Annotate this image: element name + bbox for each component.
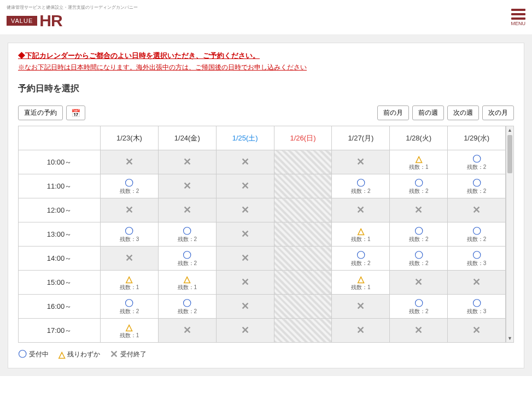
slot-cell: ✕ [216, 271, 274, 295]
slot-cell[interactable]: 〇残数：2 [390, 222, 448, 247]
slot-cell[interactable]: 〇残数：3 [101, 222, 159, 247]
slot-cell[interactable]: △残数：1 [390, 150, 448, 174]
slot-cell[interactable]: 〇残数：2 [448, 174, 506, 198]
slot-cell [274, 319, 332, 343]
slot-count: 残数：3 [120, 236, 139, 242]
slot-cell: ✕ [448, 319, 506, 343]
legend: 〇 受付中 △ 残りわずか ✕ 受付終了 [18, 348, 514, 360]
slot-cell: ✕ [332, 295, 390, 319]
scroll-thumb[interactable] [507, 135, 512, 173]
toolbar: 直近の予約 📅 前の月 前の週 次の週 次の月 [18, 105, 514, 120]
x-icon: ✕ [472, 325, 481, 336]
slot-count: 残数：2 [178, 260, 197, 266]
legend-accepting-label: 受付中 [29, 350, 49, 359]
slot-cell[interactable]: △残数：1 [158, 271, 216, 295]
slot-cell: ✕ [158, 319, 216, 343]
prev-month-button[interactable]: 前の月 [377, 105, 409, 120]
circle-icon: 〇 [472, 226, 481, 236]
time-cell: 14:00～ [19, 247, 101, 271]
slot-cell[interactable]: 〇残数：3 [448, 295, 506, 319]
slot-count: 残数：2 [120, 188, 139, 194]
slot-cell: ✕ [332, 198, 390, 222]
slot-cell: ✕ [101, 247, 159, 271]
next-week-button[interactable]: 次の週 [447, 105, 479, 120]
logo-value-badge: VALUE [7, 16, 37, 26]
legend-closed-label: 受付終了 [120, 350, 147, 359]
slot-cell[interactable]: 〇残数：2 [101, 174, 159, 198]
slot-cell[interactable]: 〇残数：2 [158, 222, 216, 247]
slot-cell [274, 222, 332, 247]
slot-cell[interactable]: 〇残数：2 [101, 295, 159, 319]
slot-cell[interactable]: 〇残数：3 [448, 247, 506, 271]
table-row: 10:00～✕✕✕✕△残数：1〇残数：2 [19, 150, 506, 174]
triangle-icon: △ [184, 274, 190, 284]
recent-reservation-button[interactable]: 直近の予約 [18, 105, 63, 120]
slot-cell[interactable]: 〇残数：2 [448, 150, 506, 174]
slot-cell[interactable]: 〇残数：2 [390, 295, 448, 319]
scroll-down-icon[interactable]: ▼ [506, 335, 513, 342]
slot-count: 残数：2 [178, 308, 197, 314]
logo[interactable]: VALUE HR [7, 11, 138, 30]
notice-secondary: ※なお下記日時は日本時間になります。海外出張中の方は、ご帰国後の日時でお申し込み… [18, 63, 514, 72]
circle-icon: 〇 [472, 178, 481, 188]
circle-icon: 〇 [472, 250, 481, 260]
slot-count: 残数：2 [409, 308, 429, 314]
x-icon: ✕ [241, 181, 249, 192]
circle-icon: 〇 [125, 226, 133, 236]
prev-week-button[interactable]: 前の週 [412, 105, 444, 120]
x-icon: ✕ [414, 205, 423, 216]
circle-icon: 〇 [414, 298, 423, 308]
circle-icon: 〇 [125, 178, 133, 188]
slot-cell[interactable]: 〇残数：2 [390, 174, 448, 198]
slot-cell: ✕ [216, 198, 274, 222]
date-header: 1/26(日) [274, 126, 332, 150]
slot-cell[interactable]: 〇残数：2 [158, 295, 216, 319]
legend-closed: ✕ 受付終了 [110, 348, 147, 360]
circle-icon: 〇 [18, 349, 27, 360]
scroll-up-icon[interactable]: ▲ [506, 126, 513, 134]
x-icon: ✕ [356, 205, 365, 216]
slot-cell[interactable]: 〇残数：2 [448, 222, 506, 247]
x-icon: ✕ [241, 205, 249, 216]
slot-count: 残数：2 [178, 236, 197, 242]
slot-cell: ✕ [216, 295, 274, 319]
slot-cell: ✕ [216, 247, 274, 271]
menu-button[interactable]: MENU [511, 9, 526, 26]
x-icon: ✕ [241, 325, 249, 336]
slot-cell[interactable]: 〇残数：2 [390, 247, 448, 271]
x-icon: ✕ [414, 277, 423, 288]
slot-cell: ✕ [448, 198, 506, 222]
table-row: 17:00～△残数：1✕✕✕✕✕ [19, 319, 506, 343]
slot-count: 残数：1 [120, 284, 139, 290]
circle-icon: 〇 [356, 178, 365, 188]
calendar-icon: 📅 [71, 109, 80, 118]
circle-icon: 〇 [125, 298, 133, 308]
slot-count: 残数：1 [409, 164, 429, 170]
slot-count: 残数：3 [467, 260, 487, 266]
menu-label: MENU [511, 21, 526, 26]
slot-cell[interactable]: 〇残数：2 [332, 174, 390, 198]
circle-icon: 〇 [183, 250, 191, 260]
slot-cell[interactable]: △残数：1 [101, 319, 159, 343]
slot-count: 残数：2 [467, 164, 487, 170]
time-cell: 10:00～ [19, 150, 101, 174]
slot-cell[interactable]: △残数：1 [332, 222, 390, 247]
slot-cell[interactable]: △残数：1 [332, 271, 390, 295]
slot-cell [274, 247, 332, 271]
x-icon: ✕ [183, 181, 191, 192]
logo-hr-text: HR [39, 11, 62, 30]
next-month-button[interactable]: 次の月 [482, 105, 514, 120]
slot-cell [274, 295, 332, 319]
slot-cell[interactable]: 〇残数：2 [158, 247, 216, 271]
scrollbar[interactable]: ▲ ▼ [506, 126, 514, 343]
content-inner: ◆下記カレンダーからご都合のよい日時を選択いただき、ご予約ください。 ※なお下記… [8, 43, 524, 368]
calendar-button[interactable]: 📅 [66, 105, 85, 120]
x-icon: ✕ [183, 205, 191, 216]
x-icon: ✕ [110, 348, 118, 360]
notice-primary: ◆下記カレンダーからご都合のよい日時を選択いただき、ご予約ください。 [18, 51, 514, 61]
time-cell: 17:00～ [19, 319, 101, 343]
slot-cell[interactable]: △残数：1 [101, 271, 159, 295]
time-cell: 15:00～ [19, 271, 101, 295]
slot-cell[interactable]: 〇残数：2 [332, 247, 390, 271]
circle-icon: 〇 [414, 250, 423, 260]
